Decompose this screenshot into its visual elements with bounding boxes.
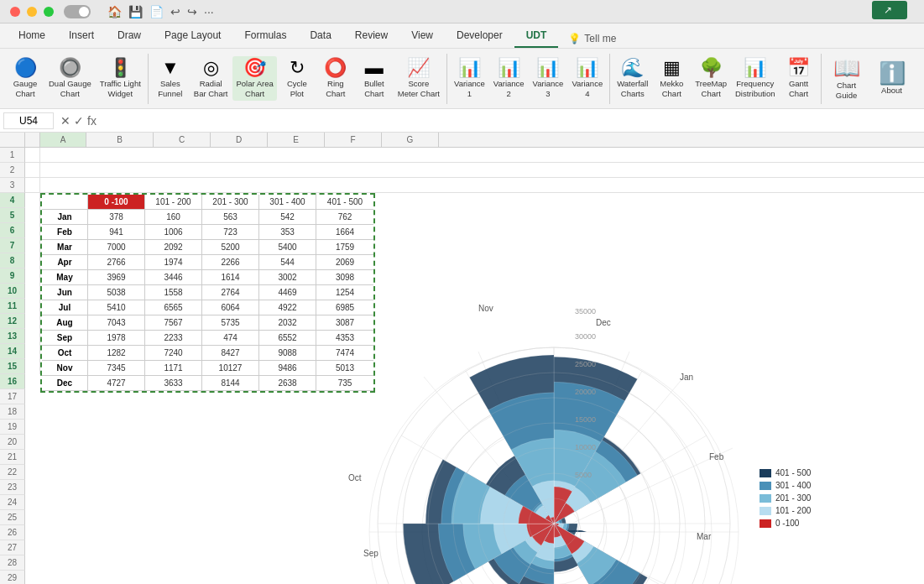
tab-home[interactable]: Home — [7, 24, 57, 48]
polar-area-btn[interactable]: 🎯 Polar AreaChart — [232, 56, 276, 101]
data-cell[interactable]: 353 — [259, 225, 316, 240]
header-101-200[interactable]: 101 - 200 — [145, 195, 202, 210]
data-cell[interactable]: 2092 — [145, 240, 202, 255]
tab-developer[interactable]: Developer — [445, 24, 514, 48]
data-cell[interactable]: 762 — [316, 210, 373, 225]
maximize-button[interactable] — [44, 7, 54, 17]
month-label-cell[interactable]: Aug — [42, 315, 88, 331]
data-cell[interactable]: 563 — [202, 210, 259, 225]
data-cell[interactable]: 5038 — [88, 285, 145, 300]
col-header-A[interactable]: A — [40, 133, 86, 147]
save-icon2[interactable]: 📄 — [149, 5, 164, 18]
cycle-plot-btn[interactable]: ↻ CyclePlot — [279, 56, 316, 101]
data-cell[interactable]: 5400 — [259, 240, 316, 255]
month-label-cell[interactable]: Apr — [42, 255, 88, 270]
undo-icon[interactable]: ↩ — [170, 5, 180, 18]
data-cell[interactable]: 5200 — [202, 240, 259, 255]
tab-review[interactable]: Review — [343, 24, 399, 48]
month-label-cell[interactable]: Sep — [42, 331, 88, 346]
waterfall-btn[interactable]: 🌊 WaterfallCharts — [613, 56, 651, 101]
data-cell[interactable]: 7567 — [145, 315, 202, 331]
header-0-100[interactable]: 0 -100 — [88, 195, 145, 210]
col-header-D[interactable]: D — [211, 133, 268, 147]
mekko-btn[interactable]: ▦ MekkoChart — [653, 56, 690, 101]
data-cell[interactable]: 1759 — [316, 240, 373, 255]
traffic-light-btn[interactable]: 🚦 Traffic LightWidget — [97, 56, 144, 101]
data-cell[interactable]: 7043 — [88, 315, 145, 331]
data-cell[interactable]: 3969 — [88, 270, 145, 285]
data-cell[interactable]: 1974 — [145, 255, 202, 270]
tab-view[interactable]: View — [399, 24, 445, 48]
ring-chart-btn[interactable]: ⭕ RingChart — [317, 56, 354, 101]
polar-area-chart[interactable]: Nov Dec Jan Feb Mar Apr May Jun Jul Aug … — [348, 297, 760, 584]
tab-insert[interactable]: Insert — [57, 24, 106, 48]
radial-bar-btn[interactable]: ◎ RadialBar Chart — [191, 56, 232, 101]
home-icon[interactable]: 🏠 — [107, 5, 122, 18]
data-cell[interactable]: 2764 — [202, 285, 259, 300]
header-401-500[interactable]: 401 - 500 — [316, 195, 373, 210]
share-button[interactable]: ↗ — [872, 1, 907, 19]
dual-gauge-btn[interactable]: 🔘 Dual GaugeChart — [45, 56, 95, 101]
cancel-formula-icon[interactable]: ✕ — [60, 114, 70, 128]
month-label-cell[interactable]: Nov — [42, 361, 88, 376]
data-cell[interactable]: 2638 — [259, 376, 316, 391]
autosave-toggle[interactable] — [64, 5, 91, 18]
tell-me-area[interactable]: 💡 Tell me — [558, 29, 626, 48]
data-cell[interactable]: 7345 — [88, 361, 145, 376]
data-cell[interactable]: 1664 — [316, 225, 373, 240]
month-label-cell[interactable]: Jan — [42, 210, 88, 225]
data-cell[interactable]: 3002 — [259, 270, 316, 285]
data-cell[interactable]: 4727 — [88, 376, 145, 391]
month-label-cell[interactable]: Mar — [42, 240, 88, 255]
data-cell[interactable]: 10127 — [202, 361, 259, 376]
tab-udt[interactable]: UDT — [514, 24, 559, 48]
data-cell[interactable]: 1978 — [88, 331, 145, 346]
month-label-cell[interactable]: Dec — [42, 376, 88, 391]
chart-guide-btn[interactable]: 📖 ChartGuide — [825, 55, 869, 102]
minimize-button[interactable] — [27, 7, 37, 17]
data-cell[interactable]: 5735 — [202, 315, 259, 331]
tab-draw[interactable]: Draw — [106, 24, 153, 48]
cell-reference-input[interactable] — [3, 112, 54, 129]
data-cell[interactable]: 6565 — [145, 300, 202, 315]
data-cell[interactable]: 1171 — [145, 361, 202, 376]
header-201-300[interactable]: 201 - 300 — [202, 195, 259, 210]
data-cell[interactable]: 2069 — [316, 255, 373, 270]
data-cell[interactable]: 8144 — [202, 376, 259, 391]
data-cell[interactable]: 542 — [259, 210, 316, 225]
data-cell[interactable]: 1558 — [145, 285, 202, 300]
score-meter-btn[interactable]: 📈 ScoreMeter Chart — [394, 56, 443, 101]
data-cell[interactable]: 7000 — [88, 240, 145, 255]
data-cell[interactable]: 723 — [202, 225, 259, 240]
treemap-btn[interactable]: 🌳 TreeMapChart — [692, 56, 730, 101]
data-cell[interactable]: 3446 — [145, 270, 202, 285]
save-icon[interactable]: 💾 — [128, 5, 143, 18]
data-cell[interactable]: 474 — [202, 331, 259, 346]
data-cell[interactable]: 1282 — [88, 346, 145, 361]
data-cell[interactable]: 7240 — [145, 346, 202, 361]
formula-input[interactable] — [103, 113, 921, 128]
data-cell[interactable]: 544 — [259, 255, 316, 270]
about-btn[interactable]: ℹ️ About — [870, 60, 914, 97]
gantt-btn[interactable]: 📅 GanttChart — [780, 56, 817, 101]
col-header-F[interactable]: F — [325, 133, 382, 147]
data-cell[interactable]: 8427 — [202, 346, 259, 361]
gauge-chart-btn[interactable]: 🔵 GaugeChart — [7, 56, 44, 101]
data-cell[interactable]: 9088 — [259, 346, 316, 361]
col-header-G[interactable]: G — [382, 133, 439, 147]
data-cell[interactable]: 2766 — [88, 255, 145, 270]
data-cell[interactable]: 160 — [145, 210, 202, 225]
col-header-B[interactable]: B — [86, 133, 154, 147]
tab-data[interactable]: Data — [298, 24, 342, 48]
data-cell[interactable]: 378 — [88, 210, 145, 225]
data-cell[interactable]: 6552 — [259, 331, 316, 346]
variance1-btn[interactable]: 📊 Variance1 — [451, 56, 488, 101]
data-cell[interactable]: 5410 — [88, 300, 145, 315]
confirm-formula-icon[interactable]: ✓ — [74, 114, 84, 128]
sales-funnel-btn[interactable]: ▼ SalesFunnel — [152, 56, 189, 101]
redo-icon[interactable]: ↪ — [187, 5, 197, 18]
data-cell[interactable]: 6064 — [202, 300, 259, 315]
insert-function-icon[interactable]: fx — [87, 114, 97, 128]
bullet-chart-btn[interactable]: ▬ BulletChart — [356, 56, 393, 101]
month-label-cell[interactable]: Jun — [42, 285, 88, 300]
